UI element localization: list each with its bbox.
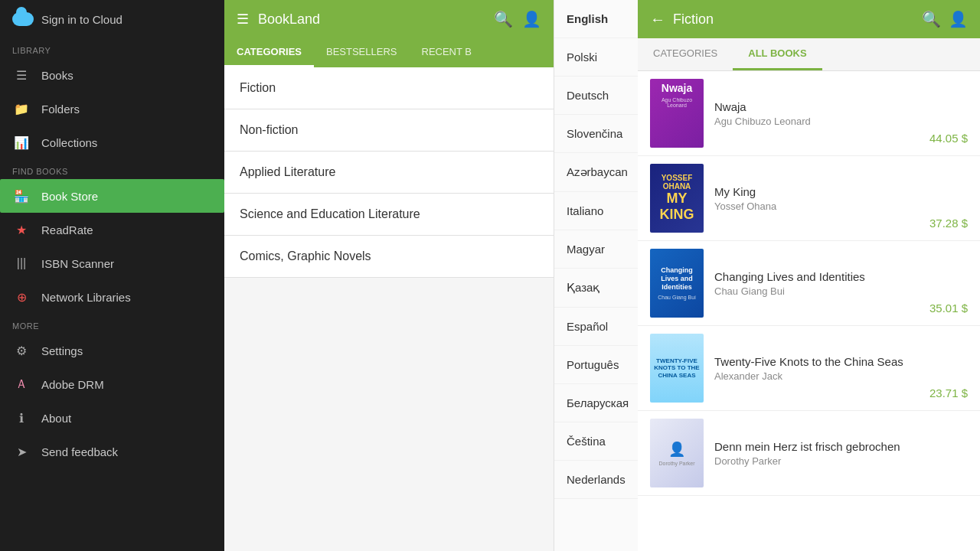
folder-icon: 📁	[12, 99, 31, 118]
category-nonfiction[interactable]: Non-fiction	[224, 109, 554, 152]
book-price: 44.05 $	[929, 132, 968, 148]
book-price: 37.28 $	[929, 217, 968, 233]
isbn-icon: |||	[12, 254, 31, 272]
tab-recent[interactable]: RECENT B	[410, 38, 485, 67]
right-user-icon[interactable]: 👤	[949, 10, 968, 28]
category-comics[interactable]: Comics, Graphic Novels	[224, 236, 554, 278]
right-tab-categories[interactable]: CATEGORIES	[638, 38, 733, 70]
sidebar-item-isbn[interactable]: ||| ISBN Scanner	[0, 246, 224, 280]
sidebar-item-readrate-label: ReadRate	[41, 223, 93, 236]
sidebar-item-network[interactable]: ⊕ Network Libraries	[0, 280, 224, 314]
book-info: Nwaja Agu Chibuzo Leonard	[714, 100, 919, 127]
sidebar-item-bookstore[interactable]: 🏪 Book Store	[0, 179, 224, 213]
book-cover-art: YOSSEF OHANA MY KING	[650, 164, 704, 233]
right-tab-allbooks[interactable]: ALL BOOKS	[733, 38, 822, 70]
middle-panel: ☰ BookLand 🔍 👤 CATEGORIES BESTSELLERS RE…	[224, 0, 554, 551]
lang-cestina[interactable]: Čeština	[554, 422, 638, 461]
book-cover-art: Changing Lives and Identities Chau Giang…	[650, 249, 704, 318]
back-icon[interactable]: ←	[650, 11, 665, 28]
book-cover-nwaja: Nwaja Agu Chibuzo Leonard	[650, 79, 704, 148]
about-icon: ℹ	[12, 409, 31, 427]
adobe-icon: Ａ	[12, 375, 31, 393]
lang-deutsch[interactable]: Deutsch	[554, 77, 638, 115]
user-icon[interactable]: 👤	[522, 10, 541, 28]
book-cover-art: Nwaja Agu Chibuzo Leonard	[650, 79, 704, 148]
book-info: Denn mein Herz ist frisch gebrochen Doro…	[714, 440, 957, 467]
sidebar-item-feedback[interactable]: ➤ Send feedback	[0, 435, 224, 468]
book-author: Chau Giang Bui	[714, 285, 919, 297]
sidebar-item-adobe[interactable]: Ａ Adobe DRM	[0, 367, 224, 401]
sidebar-item-isbn-label: ISBN Scanner	[41, 257, 114, 270]
right-header: ← Fiction 🔍 👤	[638, 0, 980, 38]
category-science[interactable]: Science and Education Literature	[224, 194, 554, 236]
right-panel: ← Fiction 🔍 👤 CATEGORIES ALL BOOKS Nwaja…	[638, 0, 980, 551]
sidebar-item-collections[interactable]: 📊 Collections	[0, 126, 224, 159]
tabs-bar: CATEGORIES BESTSELLERS RECENT B	[224, 38, 554, 67]
category-fiction[interactable]: Fiction	[224, 67, 554, 109]
sidebar-item-settings[interactable]: ⚙ Settings	[0, 334, 224, 367]
middle-header: ☰ BookLand 🔍 👤	[224, 0, 554, 38]
sidebar-item-settings-label: Settings	[41, 344, 83, 357]
lang-azerbaycan[interactable]: Azərbaycan	[554, 153, 638, 192]
book-author: Yossef Ohana	[714, 201, 919, 212]
cloud-icon	[12, 12, 34, 26]
sidebar-item-about-label: About	[41, 412, 71, 425]
sign-in-text[interactable]: Sign in to Cloud	[41, 13, 122, 26]
lang-kazak[interactable]: Қазақ	[554, 269, 638, 308]
book-title: Twenty-Five Knots to the China Seas	[714, 355, 919, 368]
book-cover-twentyfive: TWENTY-FIVE KNOTS TO THE CHINA SEAS	[650, 334, 704, 403]
find-books-section-label: FIND BOOKS	[0, 159, 224, 179]
category-applied[interactable]: Applied Literature	[224, 152, 554, 194]
lang-belarusian[interactable]: Беларуская	[554, 384, 638, 422]
lang-slovencina[interactable]: Slovenčina	[554, 115, 638, 153]
book-author: Alexander Jack	[714, 370, 919, 382]
books-list: Nwaja Agu Chibuzo Leonard Nwaja Agu Chib…	[638, 71, 980, 551]
book-price: 35.01 $	[929, 302, 968, 318]
book-author: Dorothy Parker	[714, 455, 957, 467]
sidebar-item-feedback-label: Send feedback	[41, 445, 118, 458]
lang-italiano[interactable]: Italiano	[554, 192, 638, 230]
lang-magyar[interactable]: Magyar	[554, 230, 638, 269]
sidebar-item-about[interactable]: ℹ About	[0, 401, 224, 435]
sidebar-item-adobe-label: Adobe DRM	[41, 378, 104, 391]
readrate-icon: ★	[12, 220, 31, 239]
sidebar-item-readrate[interactable]: ★ ReadRate	[0, 213, 224, 246]
book-item[interactable]: YOSSEF OHANA MY KING My King Yossef Ohan…	[638, 156, 980, 241]
sidebar-item-network-label: Network Libraries	[41, 291, 131, 304]
book-title: Denn mein Herz ist frisch gebrochen	[714, 440, 957, 453]
fiction-title: Fiction	[673, 11, 914, 28]
lang-nederlands[interactable]: Nederlands	[554, 461, 638, 499]
sidebar-item-books[interactable]: ☰ Books	[0, 58, 224, 92]
book-item[interactable]: Changing Lives and Identities Chau Giang…	[638, 241, 980, 326]
library-section-label: LIBRARY	[0, 38, 224, 58]
tab-categories[interactable]: CATEGORIES	[224, 38, 314, 67]
hamburger-icon[interactable]: ☰	[237, 11, 249, 28]
sidebar-item-collections-label: Collections	[41, 136, 97, 149]
book-cover-art: TWENTY-FIVE KNOTS TO THE CHINA SEAS	[650, 334, 704, 403]
settings-icon: ⚙	[12, 341, 31, 360]
more-section-label: MORE	[0, 314, 224, 334]
book-item[interactable]: TWENTY-FIVE KNOTS TO THE CHINA SEAS Twen…	[638, 326, 980, 411]
tab-bestsellers[interactable]: BESTSELLERS	[314, 38, 410, 67]
book-item[interactable]: Nwaja Agu Chibuzo Leonard Nwaja Agu Chib…	[638, 71, 980, 156]
lang-polski[interactable]: Polski	[554, 38, 638, 77]
book-item[interactable]: 👤 Dorothy Parker Denn mein Herz ist fris…	[638, 411, 980, 496]
lang-espanol[interactable]: Español	[554, 308, 638, 346]
book-info: My King Yossef Ohana	[714, 185, 919, 212]
lang-portugues[interactable]: Português	[554, 346, 638, 384]
book-cover-art: 👤 Dorothy Parker	[650, 419, 704, 487]
sidebar-item-folders-label: Folders	[41, 103, 80, 116]
sidebar-header[interactable]: Sign in to Cloud	[0, 0, 224, 38]
search-icon[interactable]: 🔍	[494, 10, 513, 28]
lang-english[interactable]: English	[554, 0, 638, 38]
sidebar-item-books-label: Books	[41, 69, 74, 82]
book-price: 23.71 $	[929, 386, 968, 403]
book-cover-changing: Changing Lives and Identities Chau Giang…	[650, 249, 704, 318]
right-tabs-bar: CATEGORIES ALL BOOKS	[638, 38, 980, 71]
book-title: My King	[714, 185, 919, 198]
right-search-icon[interactable]: 🔍	[922, 10, 941, 28]
book-info: Twenty-Five Knots to the China Seas Alex…	[714, 355, 919, 382]
book-author: Agu Chibuzo Leonard	[714, 116, 919, 127]
sidebar-item-folders[interactable]: 📁 Folders	[0, 92, 224, 126]
books-icon: ☰	[12, 66, 31, 84]
